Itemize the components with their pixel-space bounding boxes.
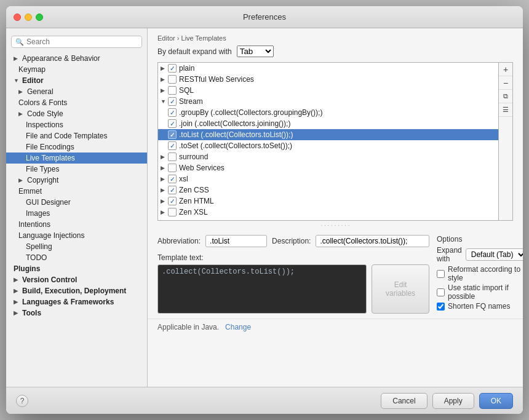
static-import-checkbox[interactable] [437,288,445,296]
tree-item-zenhtml[interactable]: Zen HTML [158,196,498,207]
window-title: Preferences [243,12,286,22]
sidebar-item-file-encodings[interactable]: File Encodings [6,141,147,153]
sidebar-item-file-code-templates[interactable]: File and Code Templates [6,130,147,141]
tree-item-zenxsl[interactable]: Zen XSL [158,207,498,218]
sidebar-item-label: File Encodings [26,143,74,151]
close-button[interactable] [14,14,21,21]
template-tree[interactable]: plain RESTful Web Services SQL [157,62,499,221]
sidebar-item-file-types[interactable]: File Types [6,164,147,175]
checkbox-groupby[interactable] [168,108,177,117]
cancel-button[interactable]: Cancel [381,393,427,409]
sidebar-item-inspections[interactable]: Inspections [6,119,147,130]
sidebar-item-language-injections[interactable]: Language Injections [6,230,147,241]
sidebar-item-label: TODO [26,253,47,262]
checkbox-xsl[interactable] [168,175,177,183]
template-textarea[interactable]: .collect(Collectors.toList()); [157,264,367,314]
expand-with-row: Expand with Default (Tab) Tab Enter Spac… [437,246,523,263]
checkbox-zenxsl[interactable] [168,208,177,216]
shorten-fq-checkbox[interactable] [437,303,445,311]
separator: · · · · · · · · · [148,222,523,229]
apply-button[interactable]: Apply [432,393,474,409]
sidebar-item-gui-designer[interactable]: GUI Designer [6,197,147,208]
sidebar-item-todo[interactable]: TODO [6,252,147,263]
tree-item-label: xsl [179,175,188,183]
sidebar-item-version-control[interactable]: Version Control [6,274,147,285]
checkbox-zenhtml[interactable] [168,197,177,205]
template-label: Template text: [157,251,204,262]
sidebar-item-label: Spelling [26,242,52,251]
search-input[interactable] [26,38,138,46]
tree-item-toset[interactable]: .toSet (.collect(Collectors.toSet());) [158,140,498,151]
sidebar-item-emmet[interactable]: Emmet [6,186,147,197]
sidebar-item-code-style[interactable]: Code Style [6,108,147,119]
add-template-button[interactable]: + [499,63,512,76]
sidebar-item-colors-fonts[interactable]: Colors & Fonts [6,97,147,108]
sidebar-item-spelling[interactable]: Spelling [6,241,147,252]
checkbox-sql[interactable] [168,86,177,95]
sidebar-item-live-templates[interactable]: Live Templates [6,153,147,164]
checkbox-toset[interactable] [168,141,177,150]
checkbox-tolist[interactable] [168,130,177,139]
description-input[interactable] [316,235,429,247]
sidebar-item-keymap[interactable]: Keymap [6,64,147,75]
sidebar-item-label: File and Code Templates [26,132,108,140]
reformat-checkbox[interactable] [437,270,445,278]
tree-item-label: Zen XSL [179,208,208,216]
change-link[interactable]: Change [225,323,251,331]
tree-item-restful[interactable]: RESTful Web Services [158,74,498,85]
sidebar-item-appearance[interactable]: Appearance & Behavior [6,53,147,64]
tree-item-join[interactable]: .join (.collect(Collectors.joining());) [158,118,498,129]
arrow-icon [14,55,20,61]
tree-item-tolist[interactable]: .toList (.collect(Collectors.toList());) [158,129,498,140]
tree-item-zencss[interactable]: Zen CSS [158,184,498,196]
tree-item-groupby[interactable]: .groupBy (.collect(Collectors.groupingBy… [158,107,498,118]
checkbox-plain[interactable] [168,64,177,73]
tree-item-webservices[interactable]: Web Services [158,162,498,173]
checkbox-surround[interactable] [168,153,177,161]
tree-item-surround[interactable]: surround [158,151,498,162]
ok-button[interactable]: OK [479,393,513,409]
edit-variables-button[interactable]: Edit variables [372,264,429,314]
tree-item-label: .toSet (.collect(Collectors.toSet());) [179,141,292,150]
sidebar-item-general[interactable]: General [6,86,147,97]
sidebar-item-languages[interactable]: Languages & Frameworks [6,296,147,307]
arrow-icon [18,177,25,183]
template-text-row: Template text: [157,251,429,262]
maximize-button[interactable] [36,14,43,21]
tree-item-label: Zen HTML [179,197,214,205]
sidebar-item-images[interactable]: Images [6,208,147,219]
abbreviation-input[interactable] [205,235,267,247]
expand-select[interactable]: Tab Enter Space [237,46,274,57]
sidebar-item-plugins[interactable]: Plugins [6,263,147,274]
list-template-button[interactable]: ☰ [499,103,512,117]
sidebar-item-label: GUI Designer [26,198,71,207]
remove-template-button[interactable]: − [499,76,512,90]
tree-item-label: plain [179,64,194,73]
expand-with-select[interactable]: Default (Tab) Tab Enter Space [466,248,523,261]
tree-item-xsl[interactable]: xsl [158,173,498,184]
tree-item-stream[interactable]: Stream [158,96,498,107]
sidebar-item-label: Inspections [26,121,63,129]
tree-item-label: .join (.collect(Collectors.joining());) [179,119,290,128]
arrow-icon [161,98,168,105]
tree-item-sql[interactable]: SQL [158,85,498,96]
minimize-button[interactable] [25,14,32,21]
checkbox-webservices[interactable] [168,164,177,172]
checkbox-join[interactable] [168,119,177,128]
sidebar-item-copyright[interactable]: Copyright [6,175,147,186]
tree-item-plain[interactable]: plain [158,63,498,74]
checkbox-restful[interactable] [168,75,177,84]
sidebar-item-tools[interactable]: Tools [6,307,147,319]
help-button[interactable]: ? [16,395,28,407]
arrow-icon [161,209,168,215]
main-content: 🔍 Appearance & Behavior Keymap Editor Ge… [6,28,523,387]
template-tree-container: plain RESTful Web Services SQL [157,62,513,221]
sidebar-item-build-exec[interactable]: Build, Execution, Deployment [6,285,147,296]
copy-template-button[interactable]: ⧉ [499,90,512,103]
checkbox-zencss[interactable] [168,186,177,194]
search-box[interactable]: 🔍 [11,36,142,48]
checkbox-stream[interactable] [168,97,177,106]
sidebar-item-editor[interactable]: Editor [6,75,147,86]
sidebar-item-intentions[interactable]: Intentions [6,219,147,230]
breadcrumb: Editor › Live Templates [148,28,523,46]
